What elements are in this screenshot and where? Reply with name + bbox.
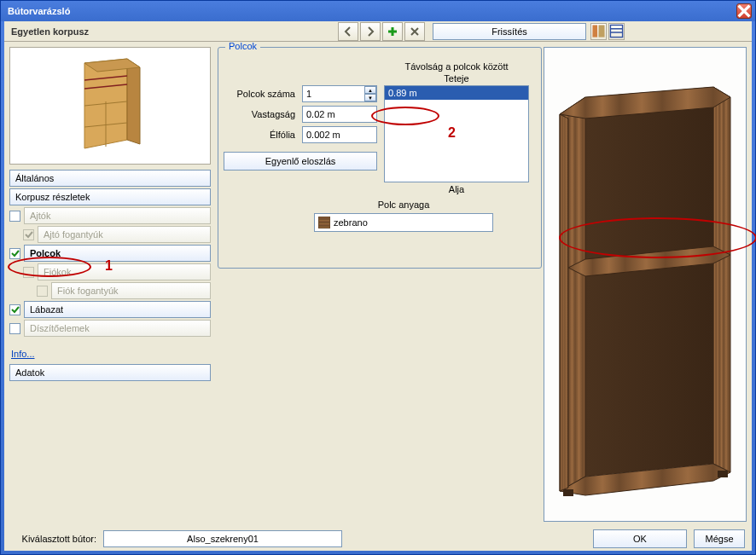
drawers-checkbox bbox=[23, 267, 34, 278]
drawer-handles-checkbox bbox=[37, 286, 48, 297]
spin-up-icon[interactable]: ▲ bbox=[364, 86, 376, 94]
distance-list[interactable]: 0.89 m bbox=[384, 85, 529, 182]
thumbnail-image bbox=[67, 55, 153, 157]
forward-button[interactable] bbox=[360, 22, 381, 41]
doors-checkbox[interactable] bbox=[9, 211, 20, 222]
right-column bbox=[544, 42, 752, 527]
ok-button[interactable]: OK bbox=[593, 529, 687, 548]
refresh-button[interactable]: Frissítés bbox=[433, 23, 586, 40]
door-handles-checkbox bbox=[23, 229, 34, 240]
sidebar-item-shelves[interactable]: Polcok bbox=[9, 245, 211, 262]
edgefoil-label: Élfólia bbox=[224, 130, 302, 140]
selected-furniture-select[interactable]: Also_szekreny01 bbox=[103, 530, 342, 547]
client-area: Egyetlen korpusz Frissítés bbox=[4, 21, 752, 551]
thickness-label: Vastagság bbox=[224, 109, 302, 119]
ornaments-checkbox[interactable] bbox=[9, 323, 20, 334]
svg-rect-17 bbox=[563, 489, 573, 496]
distance-top-label: Teteje bbox=[384, 73, 529, 84]
thumbnail bbox=[9, 47, 211, 165]
svg-marker-4 bbox=[127, 59, 140, 144]
sidebar-item-doors[interactable]: Ajtók bbox=[9, 207, 211, 224]
sidebar-item-drawer-handles: Fiók fogantyúk bbox=[37, 282, 211, 299]
svg-marker-19 bbox=[560, 114, 568, 491]
edgefoil-row: Élfólia bbox=[224, 126, 381, 143]
toolbar: Egyetlen korpusz Frissítés bbox=[4, 21, 752, 42]
info-link[interactable]: Info... bbox=[9, 345, 211, 362]
distance-column: Távolság a polcok között Teteje 0.89 m A… bbox=[384, 61, 529, 196]
thickness-row: Vastagság bbox=[224, 106, 381, 123]
svg-rect-1 bbox=[599, 25, 605, 37]
sidebar-item-general[interactable]: Általános bbox=[9, 170, 211, 187]
view-toggle-2[interactable] bbox=[608, 23, 625, 40]
main-row: Általános Korpusz részletek Ajtók Ajtó f… bbox=[4, 42, 752, 527]
back-button[interactable] bbox=[338, 22, 358, 41]
drawers-label: Fiókok bbox=[38, 263, 211, 280]
material-row: Polc anyaga zebrano bbox=[295, 199, 512, 232]
shelves-fieldset: Polcok Polcok száma ▲▼ Vastagság bbox=[218, 47, 542, 269]
svg-marker-13 bbox=[713, 87, 730, 472]
doors-label: Ajtók bbox=[24, 207, 211, 224]
sidebar-item-door-handles: Ajtó fogantyúk bbox=[23, 226, 211, 243]
door-handles-label: Ajtó fogantyúk bbox=[38, 226, 211, 243]
svg-marker-11 bbox=[585, 87, 713, 477]
delete-button[interactable] bbox=[404, 22, 425, 41]
cancel-button[interactable]: Mégse bbox=[694, 529, 745, 548]
sidebar-item-data[interactable]: Adatok bbox=[9, 364, 211, 381]
material-select[interactable]: zebrano bbox=[314, 213, 493, 232]
subtitle: Egyetlen korpusz bbox=[4, 26, 337, 37]
edgefoil-input[interactable] bbox=[302, 126, 377, 143]
equal-distribute-button[interactable]: Egyenlő eloszlás bbox=[224, 152, 377, 171]
count-spinner[interactable]: ▲▼ bbox=[302, 85, 377, 102]
count-row: Polcok száma ▲▼ bbox=[224, 85, 381, 102]
drawer-handles-label: Fiók fogantyúk bbox=[51, 282, 211, 299]
spin-down-icon[interactable]: ▼ bbox=[364, 94, 376, 101]
footer: Kiválasztott bútor: Also_szekreny01 OK M… bbox=[4, 527, 752, 551]
svg-rect-2 bbox=[610, 25, 622, 37]
close-button[interactable] bbox=[736, 3, 752, 19]
svg-rect-18 bbox=[718, 471, 728, 477]
selected-label: Kiválasztott bútor: bbox=[11, 534, 96, 544]
distance-header: Távolság a polcok között bbox=[384, 61, 529, 72]
selected-furniture-value: Also_szekreny01 bbox=[187, 534, 259, 544]
count-label: Polcok száma bbox=[224, 89, 302, 99]
material-value: zebrano bbox=[334, 217, 368, 228]
distance-item-selected[interactable]: 0.89 m bbox=[385, 86, 528, 100]
cabinet-preview-image bbox=[551, 72, 739, 498]
material-swatch-icon bbox=[318, 217, 330, 228]
app-window: Bútorvarázsló Egyetlen korpusz Frissítés bbox=[0, 0, 756, 555]
center-panel: Polcok Polcok száma ▲▼ Vastagság bbox=[216, 42, 544, 527]
titlebar: Bútorvarázsló bbox=[1, 1, 755, 21]
toolbar-right: Frissítés bbox=[426, 23, 752, 40]
ornaments-label: Díszítőelemek bbox=[24, 320, 211, 337]
shelves-legend: Polcok bbox=[225, 42, 260, 51]
view-toggle-1[interactable] bbox=[590, 23, 607, 40]
material-label: Polc anyaga bbox=[295, 199, 512, 210]
preview-3d[interactable] bbox=[544, 47, 747, 522]
svg-rect-0 bbox=[592, 25, 597, 37]
add-button[interactable] bbox=[382, 22, 403, 41]
sidebar-item-ornaments[interactable]: Díszítőelemek bbox=[9, 320, 211, 337]
shelves-checkbox[interactable] bbox=[9, 248, 20, 259]
distance-bottom-label: Alja bbox=[384, 184, 529, 194]
thickness-input[interactable] bbox=[302, 106, 377, 123]
shelves-label[interactable]: Polcok bbox=[24, 245, 211, 262]
legs-label[interactable]: Lábazat bbox=[24, 301, 211, 318]
legs-checkbox[interactable] bbox=[9, 304, 20, 315]
sidebar: Általános Korpusz részletek Ajtók Ajtó f… bbox=[4, 42, 216, 527]
sidebar-item-details[interactable]: Korpusz részletek bbox=[9, 188, 211, 205]
window-title: Bútorvarázsló bbox=[4, 6, 736, 16]
sidebar-item-legs[interactable]: Lábazat bbox=[9, 301, 211, 318]
sidebar-item-drawers: Fiókok bbox=[23, 263, 211, 280]
